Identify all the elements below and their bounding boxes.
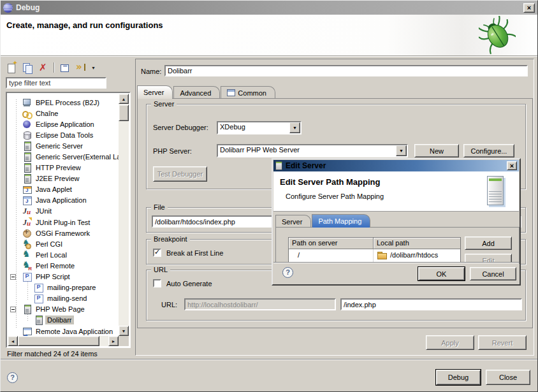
tree-item-label: JUnit — [34, 207, 54, 215]
page-title: Create, manage, and run configurations — [6, 20, 163, 30]
tree-item-label: Remote Java Application — [34, 327, 115, 336]
php-script-icon — [22, 272, 32, 282]
tree-item-junit[interactable]: JUnit — [8, 206, 119, 217]
tree-item-php-script[interactable]: PHP Script — [8, 272, 119, 282]
scroll-up-icon[interactable]: ▲ — [119, 94, 129, 104]
vertical-scroll-thumb[interactable] — [119, 105, 129, 121]
url-path-input[interactable] — [340, 298, 522, 310]
break-first-line-checkbox[interactable] — [153, 249, 161, 257]
collapse-all-icon[interactable] — [59, 62, 71, 73]
cancel-button[interactable]: Cancel — [470, 267, 516, 280]
auto-generate-label: Auto Generate — [166, 280, 212, 287]
tree-item-j2ee-preview[interactable]: J2EE Preview — [8, 173, 119, 184]
duplicate-config-icon[interactable] — [22, 62, 33, 73]
database-icon — [22, 130, 32, 140]
configure-server-button[interactable]: Configure... — [463, 144, 514, 157]
tree-item-bpel-process-b2j[interactable]: BPEL Process (B2J) — [8, 97, 119, 108]
window-close-button[interactable]: × — [523, 3, 535, 13]
tab-server[interactable]: Server — [137, 85, 173, 99]
tab-common[interactable]: Common — [221, 86, 275, 99]
tree-item-label: PHP Script — [34, 272, 72, 281]
server-debugger-select[interactable]: XDebug ▼ — [217, 121, 302, 134]
tab-label: Advanced — [180, 89, 211, 97]
dialog-close-button[interactable]: × — [507, 161, 517, 170]
tree-vertical-scrollbar[interactable]: ▲ ▼ — [119, 94, 129, 336]
tree-item-java-applet[interactable]: Java Applet — [8, 184, 119, 195]
tree-item-label: Java Application — [34, 196, 89, 205]
php-file-icon — [33, 293, 43, 303]
server-tower-icon — [487, 176, 504, 205]
column-header-path-on-server[interactable]: Path on server — [289, 238, 374, 249]
auto-generate-checkbox[interactable] — [153, 279, 161, 287]
dialog-header: Edit Server Path Mapping Configure Serve… — [273, 171, 519, 212]
tree-item-perl-cgi[interactable]: Perl CGI — [8, 238, 119, 249]
tree-item-cha-ne[interactable]: Chaîne — [8, 108, 119, 119]
add-mapping-button[interactable]: Add — [465, 236, 512, 250]
name-label: Name: — [141, 68, 161, 75]
tree-item-dolibarr[interactable]: Dolibarr — [8, 315, 119, 326]
filter-icon[interactable] — [75, 62, 87, 73]
tree-item-eclipse-data-tools[interactable]: Eclipse Data Tools — [8, 129, 119, 140]
server-icon — [275, 161, 282, 170]
tree-item-eclipse-application[interactable]: Eclipse Application — [8, 119, 119, 129]
junit-plugin-icon — [22, 217, 32, 228]
php-server-value: Dolibarr PHP Web Server — [218, 145, 396, 156]
tree-item-http-preview[interactable]: HTTP Preview — [8, 163, 119, 173]
filter-input[interactable] — [6, 77, 106, 89]
tree-item-mailing-send[interactable]: mailing-send — [8, 293, 119, 304]
tree-item-junit-plug-in-test[interactable]: JUnit Plug-in Test — [8, 217, 119, 228]
scroll-left-icon[interactable]: ◄ — [8, 336, 18, 346]
collapse-toggle-icon[interactable] — [10, 274, 16, 280]
chevron-down-icon[interactable]: ▼ — [289, 122, 300, 133]
dialog-tab-server[interactable]: Server — [275, 215, 311, 228]
debug-button[interactable]: Debug — [436, 370, 481, 385]
scroll-down-icon[interactable]: ▼ — [119, 326, 129, 336]
revert-button: Revert — [478, 335, 527, 350]
tree-item-generic-server-external-la[interactable]: Generic Server(External La — [8, 151, 119, 162]
tree-item-label: Generic Server — [34, 142, 85, 150]
help-icon[interactable]: ? — [7, 372, 18, 383]
horizontal-scroll-thumb[interactable] — [18, 336, 99, 346]
tree-item-label: Perl CGI — [34, 240, 64, 249]
tree-item-osgi-framework[interactable]: OSGi Framework — [8, 228, 119, 238]
new-config-icon[interactable] — [6, 62, 17, 73]
php-server-label: PHP Server: — [153, 147, 192, 155]
dialog-tab-path-mapping[interactable]: Path Mapping — [312, 214, 370, 228]
footer-divider — [1, 359, 537, 360]
name-input[interactable] — [164, 65, 528, 76]
dialog-subheading: Configure Server Path Mapping — [286, 192, 384, 200]
file-group-legend: File — [151, 203, 168, 211]
scroll-right-icon[interactable]: ► — [108, 336, 119, 346]
tree-item-perl-remote[interactable]: Perl Remote — [8, 260, 119, 271]
config-tree: BPEL Process (B2J)ChaîneEclipse Applicat… — [6, 92, 131, 348]
thread-icon — [22, 108, 32, 119]
mapping-row[interactable]: //dolibarr/htdocs — [289, 249, 460, 261]
url-group-legend: URL — [151, 266, 170, 273]
new-server-button[interactable]: New — [414, 144, 459, 157]
edit-server-dialog: Edit Server × Edit Server Path Mapping C… — [272, 158, 521, 286]
collapse-toggle-icon[interactable] — [10, 307, 16, 312]
tab-advanced[interactable]: Advanced — [173, 86, 220, 99]
tree-item-mailing-prepare[interactable]: mailing-prepare — [8, 282, 119, 293]
config-toolbar: ▼ — [6, 61, 98, 75]
java-application-icon — [22, 195, 32, 205]
server-debugger-value: XDebug — [218, 122, 289, 133]
dialog-help-icon[interactable]: ? — [282, 267, 293, 278]
bug-icon — [479, 16, 516, 55]
tree-item-perl-local[interactable]: Perl Local — [8, 249, 119, 260]
tree-item-remote-java-application[interactable]: Remote Java Application — [8, 326, 119, 336]
chevron-down-icon[interactable]: ▼ — [396, 145, 407, 156]
junit-icon — [22, 206, 32, 216]
ok-button[interactable]: OK — [418, 267, 465, 280]
column-header-local-path[interactable]: Local path — [374, 238, 460, 249]
tree-item-php-web-page[interactable]: PHP Web Page — [8, 304, 119, 315]
php-server-select[interactable]: Dolibarr PHP Web Server ▼ — [217, 144, 408, 157]
tree-item-java-application[interactable]: Java Application — [8, 195, 119, 206]
close-button[interactable]: Close — [486, 370, 530, 385]
tree-horizontal-scrollbar[interactable]: ◄ ► — [8, 336, 119, 346]
dropdown-caret-icon[interactable]: ▼ — [91, 62, 98, 73]
mapping-table-body: //dolibarr/htdocs — [289, 249, 460, 261]
tree-item-label: JUnit Plug-in Test — [34, 218, 92, 227]
delete-config-icon[interactable] — [38, 62, 49, 73]
tree-item-generic-server[interactable]: Generic Server — [8, 140, 119, 151]
